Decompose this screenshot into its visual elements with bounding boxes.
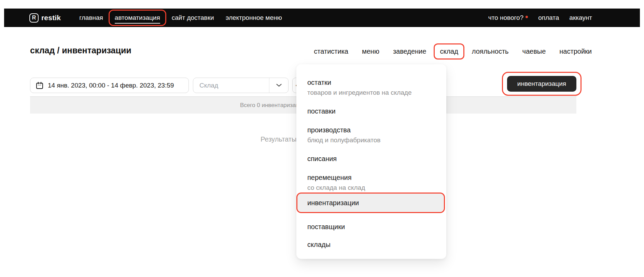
dropdown-item-sublabel: блюд и полуфабрикатов bbox=[307, 135, 435, 145]
dropdown-item-postavki[interactable]: поставки bbox=[307, 106, 435, 116]
topnav-item-electronnoe-menu[interactable]: электронное меню bbox=[226, 14, 282, 22]
tab-statistika[interactable]: статистика bbox=[314, 48, 348, 55]
tab-sklad[interactable]: склад bbox=[440, 48, 458, 55]
dropdown-item-peremescheniya[interactable]: перемещения со склада на склад bbox=[307, 172, 435, 193]
dropdown-item-spisaniya[interactable]: списания bbox=[307, 154, 435, 164]
topnav-items: главная автоматизация сайт доставки элек… bbox=[79, 14, 282, 22]
warehouse-select-arrow-area[interactable] bbox=[269, 78, 288, 93]
dropdown-item-ostatki[interactable]: остатки товаров и ингредиентов на складе bbox=[307, 77, 435, 97]
top-navigation-bar: R restik главная автоматизация сайт дост… bbox=[4, 9, 640, 27]
new-badge-dot bbox=[526, 16, 528, 18]
page-title: склад / инвентаризации bbox=[30, 45, 131, 55]
sklad-dropdown-panel: остатки товаров и ингредиентов на складе… bbox=[296, 64, 446, 259]
tab-menu[interactable]: меню bbox=[362, 48, 379, 55]
tab-nastroyki[interactable]: настройки bbox=[559, 48, 592, 55]
section-tabs: статистика меню заведение склад лояльнос… bbox=[314, 48, 592, 55]
dropdown-item-sublabel: со склада на склад bbox=[307, 183, 435, 193]
dropdown-item-label: производства bbox=[307, 125, 435, 135]
whats-new-label: что нового? bbox=[488, 14, 523, 22]
restik-logo-icon: R bbox=[29, 13, 39, 23]
dropdown-item-label: остатки bbox=[307, 77, 435, 88]
date-range-value: 14 янв. 2023, 00:00 - 14 февр. 2023, 23:… bbox=[48, 82, 174, 89]
warehouse-placeholder: Склад bbox=[199, 82, 218, 89]
summary-total-text: Всего 0 инвентаризаций bbox=[240, 97, 306, 114]
dropdown-item-postavschiki[interactable]: поставщики bbox=[307, 222, 435, 232]
topnav-item-avtomatizaciya[interactable]: автоматизация bbox=[115, 14, 160, 24]
restik-logo-text: restik bbox=[41, 14, 61, 22]
dropdown-item-inventarizacii-highlighted[interactable]: инвентаризации bbox=[296, 193, 445, 213]
topnav-item-sait-dostavki[interactable]: сайт доставки bbox=[172, 14, 214, 22]
restik-logo[interactable]: R restik bbox=[29, 13, 61, 23]
annotation-box-avtomatizaciya: автоматизация bbox=[109, 10, 166, 26]
calendar-icon bbox=[36, 82, 43, 89]
dropdown-item-sublabel: товаров и ингредиентов на складе bbox=[307, 88, 435, 97]
dropdown-item-label: перемещения bbox=[307, 172, 435, 183]
topnav-item-account[interactable]: аккаунт bbox=[569, 14, 592, 22]
tab-chaevye[interactable]: чаевые bbox=[522, 48, 546, 55]
tab-zavedenie[interactable]: заведение bbox=[393, 48, 426, 55]
tab-loyalnost[interactable]: лояльность bbox=[472, 48, 509, 55]
topnav-right-items: что нового? оплата аккаунт bbox=[488, 14, 592, 22]
topnav-item-glavnaya[interactable]: главная bbox=[79, 14, 103, 22]
chevron-down-icon bbox=[276, 84, 282, 87]
topnav-item-oplata[interactable]: оплата bbox=[538, 14, 559, 22]
dropdown-item-label: поставки bbox=[307, 106, 435, 116]
warehouse-select[interactable]: Склад bbox=[193, 78, 289, 93]
annotation-box-sklad: склад bbox=[434, 43, 464, 60]
dropdown-item-label: склады bbox=[307, 239, 435, 250]
results-placeholder-text: Результаты bbox=[261, 135, 296, 143]
topnav-item-whats-new[interactable]: что нового? bbox=[488, 14, 528, 22]
dropdown-item-label: списания bbox=[307, 154, 435, 164]
dropdown-item-label: поставщики bbox=[307, 222, 435, 232]
dropdown-item-label: инвентаризации bbox=[307, 198, 444, 208]
inventory-button[interactable]: инвентаризация bbox=[507, 76, 576, 92]
dropdown-item-sklady[interactable]: склады bbox=[307, 239, 435, 250]
dropdown-item-proizvodstva[interactable]: производства блюд и полуфабрикатов bbox=[307, 125, 435, 145]
date-range-picker[interactable]: 14 янв. 2023, 00:00 - 14 февр. 2023, 23:… bbox=[30, 78, 189, 93]
